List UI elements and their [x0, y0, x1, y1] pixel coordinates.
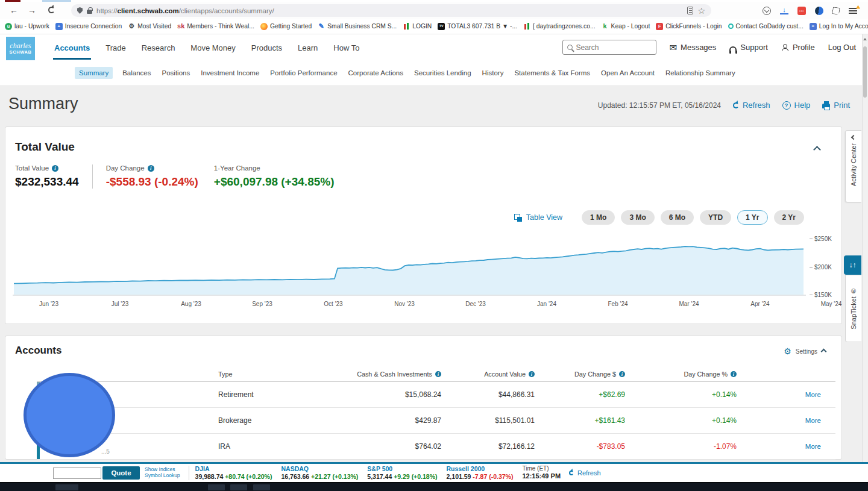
- reader-mode-icon[interactable]: [687, 7, 693, 14]
- subnav-item[interactable]: Summary: [75, 67, 113, 79]
- table-view-button[interactable]: Table View: [514, 213, 562, 222]
- info-icon[interactable]: [529, 371, 535, 377]
- bookmark-item[interactable]: ✎ Small Business CRM S...: [318, 23, 397, 30]
- snapticket-icon[interactable]: ↓↑: [844, 255, 861, 275]
- bookmark-item[interactable]: u lau - Upwork: [5, 23, 49, 30]
- x-axis-labels: Jun '23 Jul '23 Aug '23 Sep '23 Oct '23 …: [13, 301, 867, 307]
- subnav-item[interactable]: Relationship Summary: [664, 67, 737, 79]
- symbol-lookup-link[interactable]: Symbol Lookup: [145, 473, 180, 479]
- range-pill[interactable]: 2 Yr: [774, 210, 804, 225]
- main-nav-item[interactable]: How To: [332, 36, 360, 60]
- main-nav-item[interactable]: Trade: [104, 36, 127, 60]
- bookmark-item[interactable]: LOGIN: [403, 23, 432, 30]
- subnav-item[interactable]: Open An Account: [600, 67, 656, 79]
- index-name[interactable]: NASDAQ: [281, 465, 358, 473]
- messages-button[interactable]: ✉ Messages: [670, 43, 717, 52]
- range-pill[interactable]: YTD: [700, 210, 731, 225]
- main-nav-item[interactable]: Products: [250, 36, 283, 60]
- back-button-icon[interactable]: ←: [10, 5, 18, 15]
- range-pill[interactable]: 1 Yr: [737, 210, 767, 225]
- range-pill[interactable]: 1 Mo: [582, 210, 615, 225]
- subnav-item[interactable]: Statements & Tax Forms: [513, 67, 591, 79]
- quote-symbol-input[interactable]: [53, 468, 101, 479]
- info-icon[interactable]: [731, 371, 737, 377]
- y-axis-label: $250K: [810, 236, 832, 242]
- bookmark-item[interactable]: sk Members - Think Weal...: [177, 23, 254, 30]
- forward-button-icon[interactable]: →: [28, 5, 36, 15]
- bookmark-star-icon[interactable]: ☆: [697, 7, 705, 15]
- subnav-item[interactable]: Portfolio Performance: [269, 67, 338, 79]
- help-button[interactable]: Help: [782, 101, 811, 110]
- subnav-item[interactable]: Balances: [121, 67, 152, 79]
- main-nav-item[interactable]: Research: [140, 36, 177, 60]
- scrollbar-up-arrow[interactable]: [863, 38, 867, 40]
- info-icon[interactable]: [148, 165, 154, 172]
- profile-button[interactable]: Profile: [781, 43, 815, 52]
- schwab-logo[interactable]: charles SCHWAB: [6, 37, 35, 60]
- bookmark-item[interactable]: k Keap - Logout: [602, 23, 650, 30]
- main-nav-item[interactable]: Learn: [297, 36, 319, 60]
- print-button[interactable]: Print: [822, 101, 850, 110]
- bookmark-item[interactable]: Contact GoDaddy cust...: [728, 23, 804, 30]
- index-name[interactable]: Russell 2000: [447, 465, 514, 473]
- extension-red-icon[interactable]: [797, 7, 806, 15]
- search-input[interactable]: [576, 43, 652, 52]
- collapse-chevron-icon[interactable]: [814, 144, 820, 155]
- subnav-item[interactable]: Corporate Actions: [347, 67, 404, 79]
- subnav-item[interactable]: Investment Income: [200, 67, 260, 79]
- extension-blue-icon[interactable]: [815, 7, 823, 15]
- bookmark-item[interactable]: [ daytradingzones.co...: [523, 23, 596, 30]
- extension-misc-icon[interactable]: [832, 7, 840, 15]
- scrollbar-thumb[interactable]: [863, 46, 867, 98]
- index-name[interactable]: DJIA: [195, 465, 272, 473]
- subnav-item[interactable]: Securities Lending: [413, 67, 473, 79]
- info-icon[interactable]: [435, 371, 441, 377]
- support-button[interactable]: Support: [729, 43, 768, 52]
- y-axis-label: $200K: [810, 264, 832, 271]
- account-day-pct: -1.07%: [625, 442, 737, 451]
- bookmark-item[interactable]: TV TOTAL3 607.731 B ▼ -...: [438, 23, 517, 30]
- bookmark-label: Members - Think Weal...: [187, 23, 254, 30]
- main-nav-item[interactable]: Accounts: [53, 36, 91, 60]
- bookmark-item[interactable]: Getting Started: [260, 23, 312, 30]
- subnav-item[interactable]: Positions: [161, 67, 192, 79]
- lock-icon[interactable]: [87, 10, 92, 14]
- index-name[interactable]: S&P 500: [367, 465, 437, 473]
- reload-icon[interactable]: [48, 5, 55, 15]
- address-bar[interactable]: https://client.schwab.com/clientapps/acc…: [71, 4, 711, 17]
- account-cash: $764.02: [351, 442, 441, 451]
- bookmark-item[interactable]: ⚙ Most Visited: [128, 23, 171, 30]
- table-view-label: Table View: [526, 213, 562, 222]
- ticker-refresh-button[interactable]: Refresh: [569, 469, 601, 477]
- more-link[interactable]: More: [737, 443, 835, 450]
- range-pill[interactable]: 6 Mo: [661, 210, 694, 225]
- subnav-item[interactable]: History: [481, 67, 505, 79]
- title-actions: Updated: 12:15:57 PM ET, 05/16/2024 Refr…: [598, 101, 850, 110]
- tracking-shield-icon[interactable]: [77, 7, 83, 14]
- pocket-icon[interactable]: [763, 7, 771, 15]
- privacy-redaction-overlay: [24, 373, 115, 457]
- main-nav-item[interactable]: Move Money: [189, 36, 236, 60]
- page-scrollbar[interactable]: [862, 34, 868, 482]
- snapticket-tab[interactable]: SnapTicket ®: [845, 275, 861, 342]
- logout-button[interactable]: Log Out: [828, 43, 856, 52]
- refresh-button[interactable]: Refresh: [733, 101, 770, 110]
- downloads-icon[interactable]: [780, 7, 788, 14]
- more-link[interactable]: More: [737, 417, 835, 424]
- quote-button[interactable]: Quote: [102, 466, 140, 480]
- more-link[interactable]: More: [737, 391, 835, 398]
- info-icon[interactable]: [619, 371, 625, 377]
- info-icon[interactable]: [52, 165, 58, 172]
- bookmark-label: ClickFunnels - Login: [665, 23, 722, 30]
- bookmark-item[interactable]: ≡ Log In to My Account ...: [810, 23, 868, 30]
- accounts-table: Type Cash & Cash Investments Account Val…: [37, 366, 835, 457]
- headset-icon: [729, 46, 737, 51]
- bookmark-item[interactable]: + Insecure Connection: [55, 23, 122, 30]
- activity-center-tab[interactable]: Activity Center: [845, 130, 861, 202]
- app-menu-icon[interactable]: [849, 8, 857, 14]
- accounts-settings-button[interactable]: ⚙ Settings: [784, 347, 826, 355]
- bookmark-item[interactable]: F ClickFunnels - Login: [656, 23, 722, 30]
- range-pill[interactable]: 3 Mo: [621, 210, 654, 225]
- stat-day-change: Day Change -$558.93 (-0.24%): [106, 164, 198, 189]
- search-box[interactable]: [562, 40, 656, 55]
